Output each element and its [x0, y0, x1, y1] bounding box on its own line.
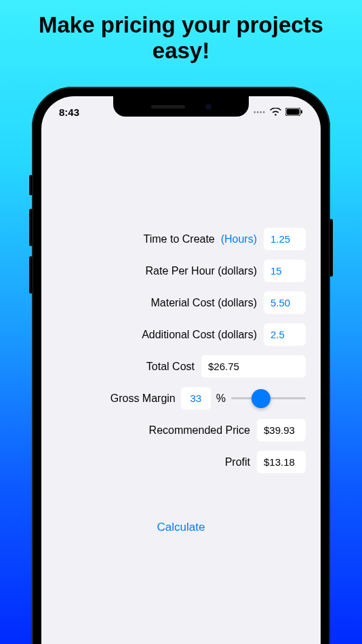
volume-down-button [29, 256, 33, 294]
mute-switch [29, 175, 33, 195]
total-cost-output [201, 355, 306, 378]
svg-rect-1 [287, 109, 300, 115]
gross-margin-input[interactable] [181, 387, 211, 409]
calculator-form: Time to Create (Hours) Rate Per Hour (do… [41, 126, 321, 644]
rate-per-hour-label: Rate Per Hour (dollars) [146, 265, 258, 277]
battery-icon [285, 108, 303, 116]
time-to-create-input[interactable] [264, 228, 306, 250]
gross-margin-label: Gross Margin [110, 393, 176, 405]
front-camera-icon [205, 104, 212, 110]
profit-label: Profit [225, 456, 250, 468]
row-rate-per-hour: Rate Per Hour (dollars) [56, 260, 306, 282]
additional-cost-input[interactable] [264, 323, 306, 346]
calculate-button[interactable]: Calculate [56, 521, 306, 534]
phone-screen: 8:43 •••• Time to Create (Hours) [41, 96, 321, 644]
row-material-cost: Material Cost (dollars) [56, 291, 306, 314]
speaker-grille [151, 105, 185, 108]
rate-per-hour-input[interactable] [264, 260, 306, 282]
status-time: 8:43 [59, 106, 79, 118]
row-profit: Profit [56, 451, 306, 473]
phone-frame: 8:43 •••• Time to Create (Hours) [32, 87, 330, 644]
row-gross-margin: Gross Margin % [56, 387, 306, 409]
time-to-create-label: Time to Create (Hours) [144, 233, 257, 245]
row-additional-cost: Additional Cost (dollars) [56, 323, 306, 346]
percent-symbol: % [216, 393, 226, 405]
profit-output [257, 451, 306, 473]
recommended-price-label: Recommended Price [149, 424, 250, 437]
slider-track [231, 397, 306, 399]
wifi-icon [270, 108, 281, 116]
notch [113, 96, 249, 117]
slider-thumb[interactable] [252, 389, 270, 408]
marketing-headline: Make pricing your projects easy! [0, 0, 362, 64]
row-time-to-create: Time to Create (Hours) [56, 228, 306, 250]
volume-up-button [29, 209, 33, 246]
gross-margin-slider[interactable] [231, 388, 306, 409]
row-recommended-price: Recommended Price [56, 419, 306, 441]
hours-unit-link[interactable]: (Hours) [221, 233, 257, 245]
material-cost-label: Material Cost (dollars) [151, 297, 257, 309]
row-total-cost: Total Cost [56, 355, 306, 378]
material-cost-input[interactable] [264, 291, 306, 314]
recommended-price-output [257, 419, 306, 441]
additional-cost-label: Additional Cost (dollars) [142, 329, 257, 341]
svg-rect-2 [301, 110, 302, 114]
power-button [329, 219, 333, 277]
total-cost-label: Total Cost [146, 361, 195, 373]
cellular-icon: •••• [254, 108, 266, 116]
